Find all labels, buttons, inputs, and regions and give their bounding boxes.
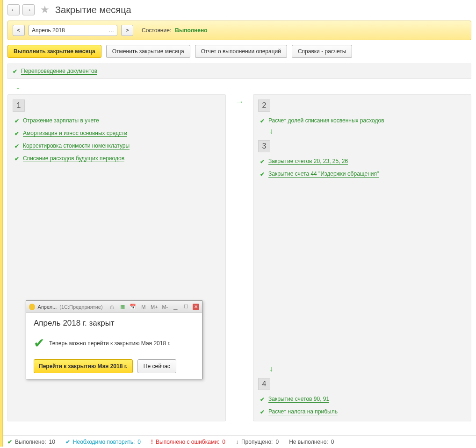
footer-err-value: 0	[222, 439, 225, 440]
period-next-button[interactable]: >	[121, 25, 133, 36]
cancel-close-button[interactable]: Отменить закрытие месяца	[106, 45, 190, 58]
footer-none-label: Не выполнено:	[289, 439, 328, 440]
op-link[interactable]: Списание расходов будущих периодов	[23, 155, 124, 162]
op-item: ✔ Амортизация и износ основных средств	[8, 127, 225, 140]
flow-arrow-right-icon: →	[235, 97, 244, 107]
check-icon: ✔	[14, 143, 19, 149]
op-item: ✔ Закрытие счетов 20, 23, 25, 26	[253, 155, 471, 168]
op-item: ✔ Списание расходов будущих периодов	[8, 152, 225, 165]
title-bar: ← → ★ Закрытие месяца	[7, 4, 471, 16]
dialog-titlebar: Апрел... (1С:Предприятие) ⎙ ▦ 📅 M M+ M- …	[26, 301, 202, 313]
period-status-bar: < Апрель 2018 … > Состояние: Выполнено	[7, 21, 471, 40]
period-input[interactable]: Апрель 2018 …	[29, 25, 117, 36]
footer-done-value: 10	[49, 439, 55, 440]
go-next-month-button[interactable]: Перейти к закрытию Мая 2018 г.	[34, 359, 133, 373]
op-item: ✔ Корректировка стоимости номенклатуры	[8, 140, 225, 152]
stage-3-header: 3	[258, 140, 270, 152]
app-1c-icon	[29, 304, 35, 310]
actions-row: Выполнить закрытие месяца Отменить закры…	[7, 45, 471, 58]
check-icon: ✔	[260, 171, 265, 178]
period-value: Апрель 2018	[32, 27, 65, 34]
stage-2-header: 2	[258, 100, 270, 112]
error-icon: !	[151, 439, 153, 440]
op-link[interactable]: Расчет налога на прибыль	[268, 408, 338, 415]
op-item: ✔ Расчет долей списания косвенных расход…	[253, 114, 471, 127]
memory-mminus-icon[interactable]: M-	[161, 303, 169, 311]
op-link[interactable]: Отражение зарплаты в учете	[23, 117, 99, 124]
top-operation-link[interactable]: Перепроведение документов	[21, 68, 97, 75]
dialog-message: Теперь можно перейти к закрытию Мая 2018…	[49, 340, 171, 347]
op-item: ✔ Закрытие счетов 90, 91	[253, 393, 471, 405]
between-columns: →	[235, 94, 244, 421]
big-check-icon: ✔	[34, 335, 44, 351]
op-link[interactable]: Корректировка стоимости номенклатуры	[23, 142, 130, 149]
op-item: ✔ Закрытие счета 44 "Издержки обращения"	[253, 168, 471, 180]
check-icon: ✔	[260, 118, 265, 124]
minimize-icon[interactable]: ▁	[172, 303, 179, 311]
print-icon[interactable]: ⎙	[108, 303, 116, 311]
check-icon: ✔	[13, 68, 17, 75]
op-link[interactable]: Амортизация и износ основных средств	[23, 130, 127, 137]
grid-icon[interactable]: ▦	[119, 303, 126, 311]
memory-m-icon[interactable]: M	[140, 303, 147, 311]
footer-repeat-label: Необходимо повторить:	[73, 439, 135, 440]
op-item: ✔ Отражение зарплаты в учете	[8, 114, 225, 127]
favorite-star-icon[interactable]: ★	[40, 4, 50, 16]
op-link[interactable]: Расчет долей списания косвенных расходов	[268, 117, 384, 124]
op-item: ✔ Расчет налога на прибыль	[253, 405, 471, 418]
top-operation-row: ✔ Перепроведение документов	[7, 64, 471, 79]
op-link[interactable]: Закрытие счета 44 "Издержки обращения"	[268, 171, 379, 178]
status-footer: ✔ Выполнено: 10 ✔ Необходимо повторить: …	[3, 435, 476, 440]
stage-1-header: 1	[13, 100, 25, 112]
check-icon: ✔	[260, 409, 265, 415]
footer-skip-value: 0	[275, 439, 279, 440]
check-icon: ✔	[14, 130, 19, 137]
nav-forward-button[interactable]: →	[22, 4, 35, 15]
flow-arrow-down-icon: ↓	[16, 82, 471, 92]
footer-skip-label: Пропущено:	[241, 439, 273, 440]
left-column: 1 ✔ Отражение зарплаты в учете ✔ Амортиз…	[7, 94, 226, 421]
flow-arrow-down-icon: ↓	[269, 365, 471, 373]
repeat-icon: ✔	[65, 439, 70, 440]
check-icon: ✔	[14, 156, 19, 162]
status-value: Выполнено	[175, 27, 207, 34]
flow-arrow-down-icon: ↓	[269, 127, 471, 135]
check-icon: ✔	[7, 439, 12, 440]
nav-back-button[interactable]: ←	[7, 4, 20, 15]
footer-none-value: 0	[331, 439, 334, 440]
execute-close-button[interactable]: Выполнить закрытие месяца	[7, 45, 101, 58]
report-button[interactable]: Отчет о выполнении операций	[195, 45, 287, 58]
stage-4-header: 4	[258, 378, 270, 390]
check-icon: ✔	[260, 396, 265, 403]
close-icon[interactable]: ✕	[193, 304, 199, 310]
period-ellipsis-icon[interactable]: …	[108, 27, 114, 34]
memory-mplus-icon[interactable]: M+	[150, 303, 159, 311]
op-link[interactable]: Закрытие счетов 90, 91	[268, 396, 329, 403]
right-column: 2 ✔ Расчет долей списания косвенных расх…	[253, 94, 471, 421]
calendar-icon[interactable]: 📅	[129, 303, 137, 311]
page-title: Закрытие месяца	[55, 5, 131, 15]
footer-repeat-value: 0	[137, 439, 141, 440]
check-icon: ✔	[260, 158, 265, 165]
dialog-title-app: Апрел...	[38, 304, 57, 310]
references-button[interactable]: Справки - расчеты	[292, 45, 352, 58]
check-icon: ✔	[14, 118, 19, 124]
status-label: Состояние:	[142, 27, 171, 34]
dialog-title-hint: (1С:Предприятие)	[59, 304, 102, 310]
not-now-button[interactable]: Не сейчас	[137, 359, 176, 373]
period-prev-button[interactable]: <	[13, 25, 25, 36]
month-closed-dialog: Апрел... (1С:Предприятие) ⎙ ▦ 📅 M M+ M- …	[26, 300, 202, 379]
maximize-icon[interactable]: ☐	[182, 303, 189, 311]
footer-err-label: Выполнено с ошибками:	[156, 439, 219, 440]
skip-icon: ↓	[236, 439, 238, 440]
left-accent	[0, 0, 3, 440]
op-link[interactable]: Закрытие счетов 20, 23, 25, 26	[268, 158, 348, 165]
footer-done-label: Выполнено:	[15, 439, 46, 440]
dialog-heading: Апрель 2018 г. закрыт	[34, 319, 195, 328]
